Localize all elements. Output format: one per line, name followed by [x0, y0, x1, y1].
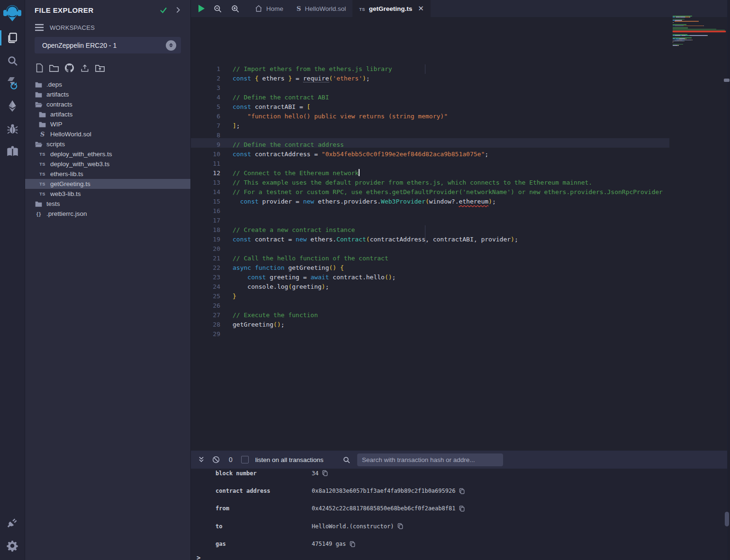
code-line-5[interactable]: 5const contractABI = [ — [191, 102, 669, 112]
minimap[interactable] — [673, 16, 726, 442]
tree-item-deploy-with-web3-ts[interactable]: TSdeploy_with_web3.ts — [25, 159, 190, 169]
line-number[interactable]: 17 — [191, 216, 220, 225]
workspaces-menu-icon[interactable] — [35, 24, 44, 31]
sidebar-item-deploy-run[interactable] — [0, 95, 25, 117]
line-number[interactable]: 12 — [191, 169, 220, 178]
line-number[interactable]: 9 — [191, 140, 220, 150]
terminal-search-input[interactable] — [357, 453, 503, 466]
tree-item-scripts[interactable]: scripts — [25, 139, 190, 149]
line-number[interactable]: 16 — [191, 206, 220, 216]
line-number[interactable]: 22 — [191, 263, 220, 273]
listen-transactions-checkbox[interactable] — [241, 456, 249, 463]
code-line-28[interactable]: 28getGreeting(); — [191, 320, 669, 329]
line-number[interactable]: 11 — [191, 159, 220, 169]
line-number[interactable]: 1 — [191, 64, 220, 74]
sidebar-item-plugin-manager[interactable] — [0, 512, 25, 534]
tree-item-helloworld-sol[interactable]: SHelloWorld.sol — [25, 129, 190, 139]
clear-console-icon[interactable] — [212, 455, 220, 464]
tree-item-contracts[interactable]: contracts — [25, 99, 190, 109]
tab-home[interactable]: Home — [248, 0, 290, 17]
sidebar-item-debugger[interactable] — [0, 117, 25, 140]
copy-icon[interactable] — [459, 506, 465, 512]
line-number[interactable]: 23 — [191, 273, 220, 282]
code-line-12[interactable]: 12// Connect to the Ethereum network — [191, 169, 669, 178]
line-number[interactable]: 29 — [191, 329, 220, 339]
sidebar-item-learneth[interactable] — [0, 140, 25, 163]
code-line-17[interactable]: 17 — [191, 216, 669, 225]
code-line-26[interactable]: 26 — [191, 301, 669, 311]
code-line-8[interactable]: 8 — [191, 131, 669, 140]
tab-helloworld-sol[interactable]: SHelloWorld.sol — [290, 0, 352, 17]
copy-icon[interactable] — [322, 470, 328, 476]
tree-item--deps[interactable]: .deps — [25, 80, 190, 89]
code-line-13[interactable]: 13// This example uses the default provi… — [191, 178, 669, 187]
tree-item--prettierrc-json[interactable]: { }.prettierrc.json — [25, 209, 190, 219]
code-line-29[interactable]: 29 — [191, 329, 669, 339]
code-line-6[interactable]: 6 "function hello() public view returns … — [191, 112, 669, 121]
new-file-icon[interactable] — [36, 63, 44, 72]
expand-terminal-icon[interactable] — [198, 456, 205, 463]
line-number[interactable]: 4 — [191, 93, 220, 102]
line-number[interactable]: 13 — [191, 178, 220, 187]
tree-item-getgreeting-ts[interactable]: TSgetGreeting.ts — [25, 179, 190, 189]
code-line-19[interactable]: 19const contract = new ethers.Contract(c… — [191, 235, 669, 244]
code-line-7[interactable]: 7]; — [191, 121, 669, 131]
code-line-20[interactable]: 20 — [191, 244, 669, 254]
code-line-21[interactable]: 21// Call the hello function of the cont… — [191, 254, 669, 263]
zoom-out-icon[interactable] — [213, 4, 222, 13]
tree-item-web3-lib-ts[interactable]: TSweb3-lib.ts — [25, 189, 190, 199]
upload-file-icon[interactable] — [80, 63, 90, 73]
line-number[interactable]: 7 — [191, 121, 220, 131]
line-number[interactable]: 15 — [191, 197, 220, 206]
run-script-button[interactable] — [198, 5, 205, 12]
terminal-prompt[interactable]: > — [197, 554, 730, 560]
code-line-14[interactable]: 14// For a testnet or custom RPC, use et… — [191, 187, 669, 197]
line-number[interactable]: 3 — [191, 83, 220, 93]
code-line-18[interactable]: 18// Create a new contract instance — [191, 225, 669, 235]
line-number[interactable]: 19 — [191, 235, 220, 244]
tree-item-ethers-lib-ts[interactable]: TSethers-lib.ts — [25, 169, 190, 179]
tree-item-wip[interactable]: WIP — [25, 119, 190, 129]
code-line-9[interactable]: 9// Define the contract address — [191, 140, 669, 150]
line-number[interactable]: 24 — [191, 282, 220, 292]
line-number[interactable]: 8 — [191, 131, 220, 140]
code-line-22[interactable]: 22async function getGreeting() { — [191, 263, 669, 273]
line-number[interactable]: 26 — [191, 301, 220, 311]
code-line-15[interactable]: 15 const provider = new ethers.providers… — [191, 197, 669, 206]
line-number[interactable]: 21 — [191, 254, 220, 263]
code-line-23[interactable]: 23 const greeting = await contract.hello… — [191, 273, 669, 282]
close-tab-icon[interactable]: ✕ — [418, 4, 424, 13]
copy-icon[interactable] — [459, 488, 465, 494]
code-editor[interactable]: 1// Import ethers from the ethers.js lib… — [191, 17, 669, 451]
tree-item-artifacts[interactable]: artifacts — [25, 109, 190, 119]
code-line-10[interactable]: 10const contractAddress = "0xb54febb5c0c… — [191, 150, 669, 159]
line-number[interactable]: 14 — [191, 187, 220, 197]
line-number[interactable]: 20 — [191, 244, 220, 254]
chevron-right-icon[interactable] — [174, 6, 182, 14]
code-line-3[interactable]: 3 — [191, 83, 669, 93]
sidebar-item-file-explorer[interactable] — [0, 27, 25, 49]
terminal-scrollbar-thumb[interactable] — [725, 512, 729, 526]
line-number[interactable]: 18 — [191, 225, 220, 235]
sidebar-item-settings[interactable] — [0, 534, 25, 557]
tree-item-artifacts[interactable]: artifacts — [25, 89, 190, 99]
code-line-1[interactable]: 1// Import ethers from the ethers.js lib… — [191, 64, 669, 74]
sidebar-item-search[interactable] — [0, 49, 25, 72]
line-number[interactable]: 28 — [191, 320, 220, 329]
code-line-24[interactable]: 24 console.log(greeting); — [191, 282, 669, 292]
code-line-2[interactable]: 2const { ethers } = require('ethers'); — [191, 74, 669, 83]
check-icon[interactable] — [159, 6, 168, 14]
tree-item-deploy-with-ethers-ts[interactable]: TSdeploy_with_ethers.ts — [25, 149, 190, 159]
workspace-select[interactable]: OpenZeppelin ERC20 - 1 — [35, 37, 181, 53]
code-line-11[interactable]: 11 — [191, 159, 669, 169]
tab-getgreeting-ts[interactable]: TSgetGreeting.ts✕ — [352, 0, 431, 17]
line-number[interactable]: 2 — [191, 74, 220, 83]
code-line-4[interactable]: 4// Define the contract ABI — [191, 93, 669, 102]
tree-item-tests[interactable]: tests — [25, 199, 190, 209]
line-number[interactable]: 27 — [191, 311, 220, 320]
code-line-25[interactable]: 25} — [191, 292, 669, 301]
zoom-in-icon[interactable] — [231, 4, 240, 13]
line-number[interactable]: 6 — [191, 112, 220, 121]
github-icon[interactable] — [64, 63, 74, 73]
code-line-16[interactable]: 16 — [191, 206, 669, 216]
